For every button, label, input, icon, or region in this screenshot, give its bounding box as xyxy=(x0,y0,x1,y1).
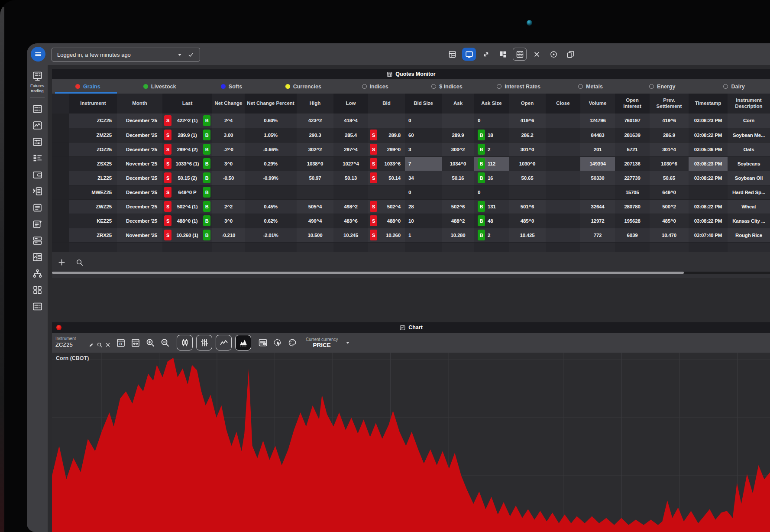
instrument-input[interactable]: ZCZ25 xyxy=(55,341,86,348)
column-header-handle[interactable] xyxy=(52,94,69,114)
buy-button[interactable]: B xyxy=(203,215,210,226)
quotes-panel-titlebar[interactable]: Quotes Monitor xyxy=(52,69,770,79)
column-header-bid[interactable]: Bid xyxy=(368,94,405,114)
column-header-ask_size[interactable]: Ask Size xyxy=(474,94,509,114)
column-header-last[interactable]: Last xyxy=(162,94,212,114)
palette-icon[interactable] xyxy=(287,337,298,348)
table-row[interactable]: ZCZ25December '25S422^2 (1)B2^40.60%423^… xyxy=(52,114,770,128)
record-circle-button[interactable] xyxy=(547,48,560,61)
sell-at-bid-button[interactable]: S xyxy=(370,172,377,183)
sell-at-bid-button[interactable]: S xyxy=(370,144,377,155)
sell-button[interactable]: S xyxy=(164,172,171,183)
sidebar-item-tree[interactable] xyxy=(32,268,43,279)
sell-button[interactable]: S xyxy=(164,201,171,212)
buy-button[interactable]: B xyxy=(203,144,210,155)
column-header-description[interactable]: Instrument Description xyxy=(728,94,770,114)
sidebar-item-news[interactable] xyxy=(32,202,43,214)
mountain-chart-button[interactable] xyxy=(235,335,251,350)
sidebar-item-sliders[interactable] xyxy=(32,136,43,148)
calendar-day-icon[interactable]: D xyxy=(116,337,126,348)
buy-at-ask-button[interactable]: B xyxy=(478,201,485,212)
column-header-high[interactable]: High xyxy=(297,94,333,114)
candles-button[interactable] xyxy=(177,335,193,350)
buy-at-ask-button[interactable]: B xyxy=(478,172,485,183)
tab--indices[interactable]: $ Indices xyxy=(411,79,483,94)
column-header-ask[interactable]: Ask xyxy=(442,94,474,114)
scrollbar-thumb[interactable] xyxy=(52,272,684,274)
sidebar-item-futures-trading[interactable]: Futurestrading xyxy=(30,70,44,94)
pencil-icon[interactable] xyxy=(88,342,94,348)
chart-plot-area[interactable]: Corn (CBOT) xyxy=(52,353,770,532)
buy-at-ask-button[interactable]: B xyxy=(478,144,485,155)
monitor-button[interactable] xyxy=(462,48,476,61)
menu-button[interactable] xyxy=(31,47,45,62)
buy-button[interactable]: B xyxy=(203,230,210,240)
sell-button[interactable]: S xyxy=(164,215,171,226)
table-row[interactable]: MWEZ25December '25S648^0 PB0015705648^0H… xyxy=(52,185,770,199)
table-row[interactable]: ZWZ25December '25S502^4 (1)B2^20.45%505^… xyxy=(52,199,770,214)
tab-interest-rates[interactable]: Interest Rates xyxy=(483,79,555,94)
sell-at-bid-button[interactable]: S xyxy=(370,201,377,212)
sell-button[interactable]: S xyxy=(164,230,171,240)
sidebar-item-chart-list[interactable] xyxy=(32,251,43,263)
tab-softs[interactable]: Softs xyxy=(196,79,268,94)
chart-panel-titlebar[interactable]: Chart xyxy=(52,322,770,333)
buy-at-ask-button[interactable]: B xyxy=(478,215,485,226)
tab-energy[interactable]: Energy xyxy=(626,79,698,94)
tab-dairy[interactable]: Dairy xyxy=(698,79,770,94)
sell-button[interactable]: S xyxy=(164,115,171,126)
copy-duplicate-button[interactable] xyxy=(563,48,577,61)
sell-button[interactable]: S xyxy=(164,187,171,198)
column-header-net_change_pct[interactable]: Net Change Percent xyxy=(245,94,297,114)
sidebar-item-order-entry[interactable] xyxy=(32,185,43,197)
buy-button[interactable]: B xyxy=(203,187,210,198)
table-row[interactable]: ZRX25November '25S10.260 (1)B-0.210-2.01… xyxy=(52,228,770,242)
sidebar-item-stacked-cards[interactable] xyxy=(32,235,43,247)
sidebar-item-quote-board[interactable] xyxy=(32,103,43,115)
chevron-down-icon[interactable] xyxy=(176,51,183,58)
search-small-icon[interactable] xyxy=(97,342,103,348)
currency-caret-icon[interactable] xyxy=(345,340,351,346)
sell-at-bid-button[interactable]: S xyxy=(370,230,377,240)
currency-select[interactable]: Current currency PRICE xyxy=(306,337,338,348)
buy-at-ask-button[interactable]: B xyxy=(478,130,485,140)
window-grid-button[interactable] xyxy=(445,48,459,61)
buy-button[interactable]: B xyxy=(203,115,210,126)
expand-diagonal-button[interactable] xyxy=(479,48,493,61)
tab-indices[interactable]: Indices xyxy=(339,79,411,94)
sell-button[interactable]: S xyxy=(164,130,171,140)
search-instrument-button[interactable] xyxy=(75,258,84,267)
column-header-volume[interactable]: Volume xyxy=(580,94,615,114)
instrument-field[interactable]: Instrument ZCZ25 xyxy=(55,336,111,349)
ohlc-bars-button[interactable] xyxy=(196,335,212,350)
pointer-icon[interactable] xyxy=(272,337,283,348)
buy-button[interactable]: B xyxy=(203,201,210,212)
column-header-instrument[interactable]: Instrument xyxy=(69,94,117,114)
layout-dashboard-button[interactable] xyxy=(496,48,510,61)
table-row[interactable]: ZMZ25December '25S289.9 (1)B3.001.05%290… xyxy=(52,128,770,142)
buy-button[interactable]: B xyxy=(203,130,210,140)
zoom-in-icon[interactable] xyxy=(145,337,155,348)
sell-at-bid-button[interactable]: S xyxy=(370,215,377,226)
buy-at-ask-button[interactable]: B xyxy=(478,230,485,240)
table-row[interactable]: KEZ25December '25S488^0 (1)B3^00.62%490^… xyxy=(52,214,770,228)
tab-grains[interactable]: Grains xyxy=(52,79,124,94)
sidebar-item-wallet[interactable] xyxy=(32,169,43,181)
buy-button[interactable]: B xyxy=(203,158,210,169)
buy-button[interactable]: B xyxy=(203,172,210,183)
login-status-dropdown[interactable]: Logged in, a few minutes ago xyxy=(52,48,200,62)
sell-at-bid-button[interactable]: S xyxy=(370,130,377,140)
calendar-range-icon[interactable] xyxy=(130,337,141,348)
column-header-open_interest[interactable]: Open Interest xyxy=(615,94,650,114)
line-chart-button[interactable] xyxy=(216,335,232,350)
column-header-close[interactable]: Close xyxy=(546,94,580,114)
sell-button[interactable]: S xyxy=(164,158,171,169)
horizontal-scrollbar[interactable] xyxy=(52,272,770,274)
sidebar-item-notes-star[interactable] xyxy=(32,218,43,230)
clear-x-icon[interactable] xyxy=(105,342,111,348)
sell-at-bid-button[interactable]: S xyxy=(370,158,377,169)
column-header-low[interactable]: Low xyxy=(333,94,368,114)
close-button[interactable] xyxy=(530,48,544,61)
add-instrument-button[interactable] xyxy=(57,258,66,267)
sidebar-item-widgets-grid[interactable] xyxy=(32,284,43,296)
